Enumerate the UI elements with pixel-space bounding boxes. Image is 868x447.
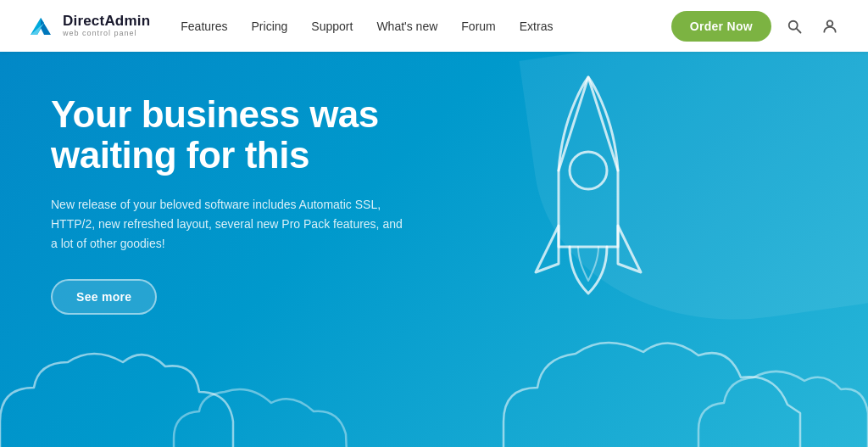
navbar: DirectAdmin web control panel Features P… [0, 0, 868, 52]
hero-section: Your business was waiting for this New r… [0, 52, 868, 447]
nav-item-support[interactable]: Support [311, 20, 353, 33]
hero-title: Your business was waiting for this [51, 94, 449, 176]
nav-item-extras[interactable]: Extras [520, 20, 554, 33]
nav-item-pricing[interactable]: Pricing [252, 20, 288, 33]
brand-tagline: web control panel [63, 30, 150, 38]
hero-content: Your business was waiting for this New r… [51, 94, 449, 315]
logo[interactable]: DirectAdmin web control panel [25, 11, 150, 42]
account-icon [821, 18, 838, 35]
clouds-container [0, 320, 868, 447]
nav-item-whats-new[interactable]: What's new [376, 20, 437, 33]
account-button[interactable] [817, 14, 843, 39]
hero-description: New release of your beloved software inc… [51, 195, 407, 254]
nav-item-features[interactable]: Features [181, 20, 227, 33]
order-now-button[interactable]: Order Now [671, 11, 771, 42]
nav-links: Features Pricing Support What's new Foru… [181, 20, 670, 33]
svg-point-5 [827, 20, 833, 26]
search-icon [786, 18, 803, 35]
svg-line-4 [797, 28, 801, 32]
svg-point-6 [570, 152, 607, 189]
nav-right: Order Now [671, 11, 843, 42]
logo-icon [25, 11, 56, 42]
brand-name: DirectAdmin [63, 14, 150, 30]
nav-item-forum[interactable]: Forum [461, 20, 495, 33]
cloud-far-right [690, 362, 868, 447]
svg-point-3 [789, 20, 798, 29]
search-button[interactable] [782, 14, 807, 39]
svg-marker-1 [41, 18, 51, 35]
cloud-bottom-center [170, 388, 356, 447]
see-more-button[interactable]: See more [51, 279, 157, 315]
